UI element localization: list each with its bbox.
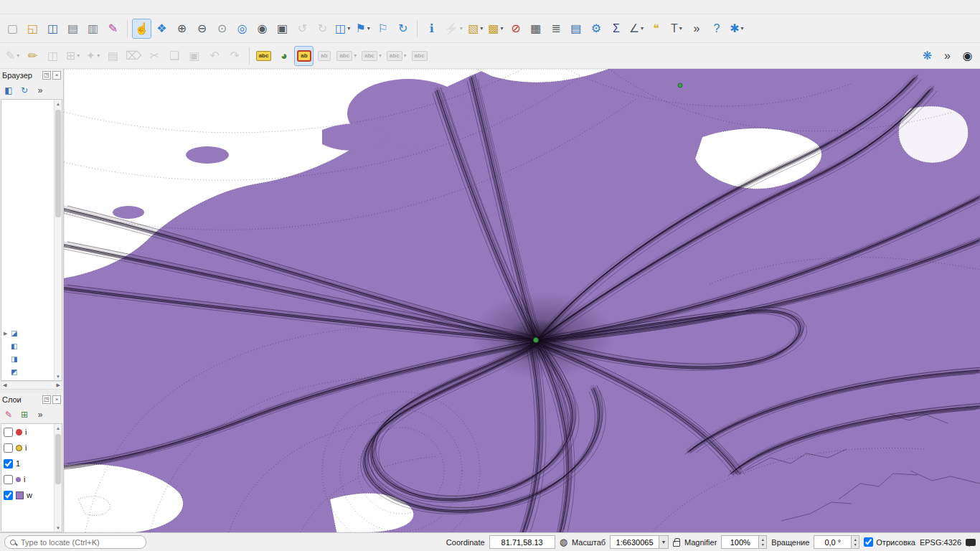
redo-button[interactable]: ↷: [225, 46, 245, 66]
plugin-button[interactable]: ✱: [727, 19, 746, 39]
change-label2-button[interactable]: abc: [410, 46, 430, 66]
menu-layer[interactable]: [33, 6, 43, 9]
style-manager-button[interactable]: ✎: [103, 19, 123, 39]
browser-hscrollbar[interactable]: ◀ ▶: [1, 381, 62, 390]
layer-item[interactable]: w: [1, 487, 62, 503]
toggle-editing-button[interactable]: ✏: [23, 46, 42, 66]
panel-overflow-button[interactable]: »: [33, 83, 47, 98]
zoom-native-tool[interactable]: ⊙: [212, 19, 232, 39]
browser-tree-item[interactable]: ◩: [4, 368, 17, 376]
layer-visibility-checkbox[interactable]: [4, 428, 13, 437]
menu-raster[interactable]: [73, 6, 83, 9]
zoom-to-layer-tool[interactable]: ▣: [273, 19, 292, 39]
locate-input[interactable]: [19, 537, 141, 547]
toolbar-overflow-button[interactable]: »: [938, 46, 957, 66]
browser-vscroll-thumb[interactable]: [55, 110, 61, 217]
menu-vector[interactable]: [63, 6, 73, 9]
current-edits-button[interactable]: ✎: [3, 46, 22, 66]
processing-toolbox-button[interactable]: ⚙: [586, 19, 606, 39]
zoom-to-selection-tool[interactable]: ◉: [253, 19, 272, 39]
zoom-out-tool[interactable]: ⊖: [192, 19, 212, 39]
new-bookmark-button[interactable]: ⚑: [353, 19, 372, 39]
menu-analysis[interactable]: [113, 6, 123, 9]
identify-features-tool[interactable]: ℹ: [422, 19, 441, 39]
scale-combobox[interactable]: ▼: [610, 535, 669, 549]
float-panel-button[interactable]: ◳: [42, 395, 51, 404]
deselect-features-button[interactable]: ⊘: [506, 19, 525, 39]
browser-tree-item[interactable]: ▶◪: [4, 329, 17, 337]
pin-labels-button[interactable]: ab: [294, 46, 314, 66]
select-by-value-button[interactable]: ▩: [486, 19, 505, 39]
messages-icon[interactable]: [966, 539, 976, 546]
show-layout-manager-button[interactable]: ▥: [83, 19, 103, 39]
modify-attributes-button[interactable]: ▤: [103, 46, 123, 66]
statistical-summary-button[interactable]: ▤: [566, 19, 585, 39]
scroll-up-arrow[interactable]: ▲: [56, 424, 60, 432]
cut-features-button[interactable]: ✂: [145, 46, 164, 66]
magnifier-spinbox[interactable]: ▲▼: [721, 535, 767, 549]
float-panel-button[interactable]: ◳: [42, 71, 51, 80]
zoom-full-tool[interactable]: ◎: [232, 19, 252, 39]
pan-to-selection-tool[interactable]: ❖: [152, 19, 171, 39]
layer-item[interactable]: i: [1, 471, 62, 487]
layer-item[interactable]: i: [1, 424, 62, 440]
lock-scale-icon[interactable]: [673, 541, 680, 547]
pan-map-tool[interactable]: ☝: [132, 19, 151, 39]
zoom-next-tool[interactable]: ↻: [313, 19, 332, 39]
move-label-button[interactable]: abc: [334, 46, 359, 66]
close-panel-button[interactable]: ×: [52, 395, 61, 404]
menu-web[interactable]: [93, 6, 103, 9]
zoom-in-tool[interactable]: ⊕: [172, 19, 192, 39]
browser-tree-item[interactable]: ◧: [4, 342, 17, 350]
undo-button[interactable]: ↶: [205, 46, 225, 66]
scroll-up-arrow[interactable]: ▲: [56, 100, 60, 108]
text-annotation-button[interactable]: T: [666, 19, 686, 39]
magnifier-input[interactable]: [721, 535, 758, 549]
open-project-button[interactable]: ◱: [23, 19, 42, 39]
metasearch-button[interactable]: ◉: [958, 46, 977, 66]
change-label-button[interactable]: abc: [385, 46, 409, 66]
layer-styling-button[interactable]: ✎: [1, 408, 16, 422]
map-canvas[interactable]: [64, 69, 980, 532]
rotate-label-button[interactable]: abc: [359, 46, 384, 66]
scroll-down-arrow[interactable]: ▼: [56, 524, 60, 532]
menu-settings[interactable]: [43, 6, 53, 9]
layer-item[interactable]: 1: [1, 456, 62, 471]
spinner-arrows[interactable]: ▲▼: [758, 535, 767, 549]
render-checkbox[interactable]: [864, 537, 873, 547]
layer-visibility-checkbox[interactable]: [4, 443, 13, 453]
select-features-tool[interactable]: ▧: [466, 19, 485, 39]
menu-edit[interactable]: [13, 6, 23, 9]
add-selected-layer-button[interactable]: ◧: [1, 83, 16, 98]
scale-input[interactable]: [610, 535, 659, 549]
statistics-panel-button[interactable]: Σ: [606, 19, 626, 39]
georeferencer-button[interactable]: ❋: [918, 46, 937, 66]
map-tips-button[interactable]: ❝: [646, 19, 666, 39]
menu-view[interactable]: [23, 6, 33, 9]
menu-projects[interactable]: [3, 6, 13, 9]
new-project-button[interactable]: ▢: [3, 19, 22, 39]
browser-tree[interactable]: ▶◪◧◨◩ ▲ ▼: [1, 99, 62, 381]
highlight-labels-button[interactable]: ab: [314, 46, 334, 66]
layer-visibility-checkbox[interactable]: [4, 491, 13, 500]
layer-item[interactable]: i: [1, 440, 62, 456]
close-panel-button[interactable]: ×: [52, 71, 61, 80]
menu-mesh[interactable]: [103, 6, 113, 9]
manage-themes-button[interactable]: ⊞: [17, 408, 32, 422]
delete-selected-button[interactable]: ⌦: [123, 46, 144, 66]
zoom-last-tool[interactable]: ↺: [293, 19, 312, 39]
layer-diagram-button[interactable]: ◕: [274, 46, 293, 66]
layers-vscroll-thumb[interactable]: [55, 434, 61, 484]
layer-labeling-button[interactable]: abc: [254, 46, 274, 66]
vertex-tool-button[interactable]: ✦: [83, 46, 103, 66]
refresh-browser-button[interactable]: ↻: [17, 83, 32, 98]
browser-tree-item[interactable]: ◨: [4, 355, 17, 363]
spinner-arrows[interactable]: ▲▼: [851, 535, 859, 549]
open-attribute-table-button[interactable]: ▦: [526, 19, 545, 39]
panel-overflow-button[interactable]: »: [33, 408, 47, 422]
copy-features-button[interactable]: ❏: [165, 46, 184, 66]
menu-help[interactable]: [123, 6, 133, 9]
scroll-down-arrow[interactable]: ▼: [56, 372, 60, 380]
save-project-button[interactable]: ◫: [43, 19, 62, 39]
chevron-down-icon[interactable]: ▼: [659, 535, 669, 549]
